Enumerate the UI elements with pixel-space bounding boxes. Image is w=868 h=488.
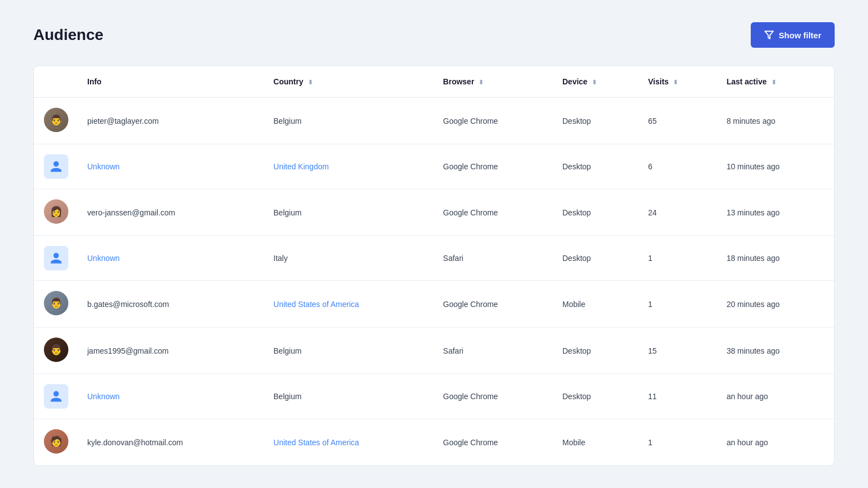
last-active-cell: 10 minutes ago [717, 144, 834, 189]
visits-cell: 6 [639, 144, 717, 189]
sort-icon-country: ⬍ [308, 79, 313, 86]
device-cell: Desktop [553, 374, 639, 419]
avatar-cell: 👨 [34, 281, 78, 328]
visits-cell: 1 [639, 419, 717, 466]
audience-table-container: Info Country ⬍ Browser ⬍ Device ⬍ [33, 66, 835, 466]
table-row[interactable]: 👨 b.gates@microsoft.comUnited States of … [34, 281, 834, 328]
page-header: Audience Show filter [33, 22, 835, 48]
country-cell: Italy [265, 236, 434, 281]
table-header: Info Country ⬍ Browser ⬍ Device ⬍ [34, 66, 834, 98]
avatar-cell: 👨 [34, 328, 78, 374]
email-label: b.gates@microsoft.com [87, 300, 169, 309]
country-cell: Belgium [265, 189, 434, 236]
country-cell: United States of America [265, 419, 434, 466]
info-cell: james1995@gmail.com [78, 328, 265, 374]
table-header-row: Info Country ⬍ Browser ⬍ Device ⬍ [34, 66, 834, 98]
col-avatar [34, 66, 78, 98]
table-row[interactable]: 👩 vero-janssen@gmail.comBelgiumGoogle Ch… [34, 189, 834, 236]
device-cell: Desktop [553, 328, 639, 374]
last-active-cell: 18 minutes ago [717, 236, 834, 281]
table-row[interactable]: UnknownBelgiumGoogle ChromeDesktop11an h… [34, 374, 834, 419]
avatar-cell [34, 144, 78, 189]
avatar-image: 👨 [44, 338, 68, 362]
table-row[interactable]: 👨 pieter@taglayer.comBelgiumGoogle Chrom… [34, 98, 834, 144]
browser-cell: Google Chrome [434, 189, 553, 236]
last-active-cell: 13 minutes ago [717, 189, 834, 236]
country-text: Belgium [273, 117, 302, 125]
filter-icon [764, 30, 774, 40]
browser-cell: Google Chrome [434, 281, 553, 328]
table-body: 👨 pieter@taglayer.comBelgiumGoogle Chrom… [34, 98, 834, 466]
last-active-cell: an hour ago [717, 419, 834, 466]
info-cell: b.gates@microsoft.com [78, 281, 265, 328]
avatar-image: 🧑 [44, 429, 68, 454]
visits-cell: 24 [639, 189, 717, 236]
last-active-cell: 8 minutes ago [717, 98, 834, 144]
visits-cell: 1 [639, 236, 717, 281]
country-cell: Belgium [265, 328, 434, 374]
avatar-image: 👨 [44, 108, 68, 132]
avatar-placeholder [44, 154, 68, 179]
avatar-cell: 👩 [34, 189, 78, 236]
country-cell: United States of America [265, 281, 434, 328]
email-label: james1995@gmail.com [87, 346, 169, 355]
device-cell: Desktop [553, 144, 639, 189]
table-row[interactable]: UnknownItalySafariDesktop118 minutes ago [34, 236, 834, 281]
device-cell: Mobile [553, 419, 639, 466]
sort-icon-device: ⬍ [592, 79, 597, 86]
avatar-cell: 🧑 [34, 419, 78, 466]
visits-cell: 11 [639, 374, 717, 419]
country-link[interactable]: United Kingdom [273, 162, 329, 171]
col-visits[interactable]: Visits ⬍ [639, 66, 717, 98]
last-active-cell: 38 minutes ago [717, 328, 834, 374]
country-cell: Belgium [265, 374, 434, 419]
info-cell: Unknown [78, 374, 265, 419]
visits-cell: 15 [639, 328, 717, 374]
browser-cell: Google Chrome [434, 419, 553, 466]
avatar-cell [34, 236, 78, 281]
col-info: Info [78, 66, 265, 98]
avatar-placeholder [44, 384, 68, 409]
browser-cell: Google Chrome [434, 374, 553, 419]
avatar-image: 👨 [44, 291, 68, 315]
email-label: pieter@taglayer.com [87, 117, 159, 125]
unknown-label: Unknown [87, 254, 119, 263]
col-browser[interactable]: Browser ⬍ [434, 66, 553, 98]
audience-table: Info Country ⬍ Browser ⬍ Device ⬍ [34, 66, 834, 465]
col-country[interactable]: Country ⬍ [265, 66, 434, 98]
country-link[interactable]: United States of America [273, 300, 359, 309]
last-active-cell: 20 minutes ago [717, 281, 834, 328]
country-text: Belgium [273, 346, 302, 355]
avatar-image: 👩 [44, 199, 68, 224]
sort-icon-browser: ⬍ [478, 79, 483, 86]
table-row[interactable]: 🧑 kyle.donovan@hotmail.comUnited States … [34, 419, 834, 466]
info-cell: Unknown [78, 236, 265, 281]
avatar-cell [34, 374, 78, 419]
last-active-cell: an hour ago [717, 374, 834, 419]
unknown-label: Unknown [87, 392, 119, 401]
browser-cell: Google Chrome [434, 144, 553, 189]
country-link[interactable]: United States of America [273, 438, 359, 447]
col-last-active[interactable]: Last active ⬍ [717, 66, 834, 98]
info-cell: pieter@taglayer.com [78, 98, 265, 144]
country-text: Belgium [273, 392, 302, 401]
device-cell: Desktop [553, 189, 639, 236]
avatar-placeholder [44, 246, 68, 270]
info-cell: kyle.donovan@hotmail.com [78, 419, 265, 466]
visits-cell: 65 [639, 98, 717, 144]
sort-icon-last-active: ⬍ [771, 79, 776, 86]
country-cell: United Kingdom [265, 144, 434, 189]
device-cell: Desktop [553, 98, 639, 144]
sort-icon-visits: ⬍ [673, 79, 678, 86]
show-filter-button[interactable]: Show filter [751, 22, 835, 48]
visits-cell: 1 [639, 281, 717, 328]
country-cell: Belgium [265, 98, 434, 144]
table-row[interactable]: 👨 james1995@gmail.comBelgiumSafariDeskto… [34, 328, 834, 374]
email-label: kyle.donovan@hotmail.com [87, 438, 183, 447]
svg-marker-0 [765, 31, 774, 39]
country-text: Belgium [273, 208, 302, 217]
col-device[interactable]: Device ⬍ [553, 66, 639, 98]
page-container: Audience Show filter Info Country ⬍ [0, 0, 868, 488]
table-row[interactable]: UnknownUnited KingdomGoogle ChromeDeskto… [34, 144, 834, 189]
avatar-cell: 👨 [34, 98, 78, 144]
